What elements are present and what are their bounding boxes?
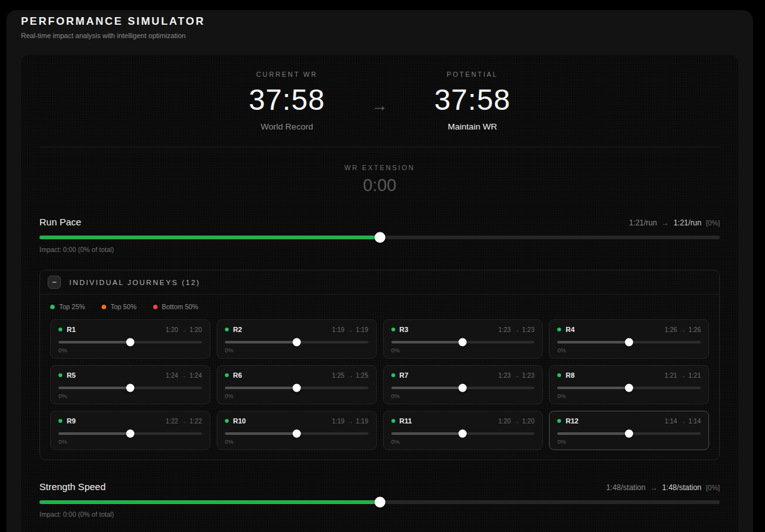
journey-slider[interactable] <box>58 341 202 343</box>
arrow-right-icon: → <box>661 218 669 227</box>
journey-time-from: 1:19 <box>332 418 344 425</box>
page-title: PERFORMANCE SIMULATOR <box>21 15 738 28</box>
journey-times: 1:19 → 1:19 <box>332 326 369 333</box>
journey-times: 1:21 → 1:21 <box>665 372 701 379</box>
journey-time-to: 1:25 <box>356 372 368 379</box>
potential-label: POTENTIAL <box>419 70 527 78</box>
journey-name: R10 <box>233 417 246 425</box>
journey-card: R2 1:19 → 1:19 0% <box>217 319 377 359</box>
page-subtitle: Real-time impact analysis with intellige… <box>21 32 738 39</box>
journey-times: 1:23 → 1:23 <box>498 372 534 379</box>
journey-slider-thumb[interactable] <box>126 338 134 347</box>
run-pace-slider-fill <box>39 236 380 239</box>
journey-slider-thumb[interactable] <box>292 338 301 347</box>
journey-slider[interactable] <box>225 341 369 343</box>
journey-name: R4 <box>565 326 574 333</box>
journey-name: R5 <box>67 371 76 379</box>
journey-status-dot <box>58 328 62 331</box>
journey-time-to: 1:20 <box>522 418 534 425</box>
individual-journeys-box: − INDIVIDUAL JOURNEYS (12) Top 25%Top 50… <box>39 270 720 460</box>
journey-slider[interactable] <box>391 341 535 343</box>
legend-item: Bottom 50% <box>153 303 198 310</box>
run-pace-delta: [0%] <box>706 219 720 227</box>
journey-card: R12 1:14 → 1:14 0% <box>549 411 709 450</box>
journey-status-dot <box>225 373 229 377</box>
journey-slider-thumb[interactable] <box>625 430 633 438</box>
journey-card: R9 1:22 → 1:22 0% <box>50 411 210 450</box>
arrow-right-icon: → <box>180 326 187 333</box>
page-header: PERFORMANCE SIMULATOR Real-time impact a… <box>21 15 738 39</box>
journey-percent: 0% <box>225 392 369 399</box>
journey-name: R1 <box>67 326 76 333</box>
journeys-grid: R1 1:20 → 1:20 0% R2 1:19 → 1:19 <box>40 312 719 460</box>
journey-slider[interactable] <box>58 387 202 389</box>
journey-time-from: 1:14 <box>665 418 677 425</box>
journey-card: R5 1:24 → 1:24 0% <box>50 365 210 404</box>
current-wr-label: CURRENT WR <box>233 70 341 78</box>
journey-slider-thumb[interactable] <box>625 384 633 392</box>
journey-slider-thumb[interactable] <box>292 430 301 438</box>
current-wr-block: CURRENT WR 37:58 World Record <box>233 70 341 131</box>
journey-time-from: 1:21 <box>665 372 677 379</box>
journey-slider-thumb[interactable] <box>292 384 301 392</box>
journey-time-from: 1:23 <box>498 326 510 333</box>
journey-slider-fill <box>58 341 130 343</box>
journey-status-dot <box>58 373 62 377</box>
strength-speed-section: Strength Speed 1:48/station → 1:48/stati… <box>39 481 720 518</box>
journey-time-from: 1:25 <box>332 372 344 379</box>
legend-item: Top 50% <box>102 303 137 310</box>
journey-slider-thumb[interactable] <box>459 384 467 392</box>
journey-status-dot <box>58 419 62 423</box>
journey-percent: 0% <box>225 438 369 445</box>
journey-slider[interactable] <box>557 432 701 435</box>
run-pace-slider[interactable] <box>39 236 720 239</box>
journey-slider[interactable] <box>58 432 202 435</box>
journey-slider[interactable] <box>225 387 369 389</box>
individual-journeys-header[interactable]: − INDIVIDUAL JOURNEYS (12) <box>40 270 719 295</box>
legend-label: Bottom 50% <box>162 303 198 310</box>
journey-percent: 0% <box>58 438 202 445</box>
journey-slider[interactable] <box>557 341 701 343</box>
run-pace-slider-thumb[interactable] <box>374 232 385 243</box>
journey-slider[interactable] <box>391 387 535 389</box>
journey-slider-fill <box>225 387 297 389</box>
journey-time-to: 1:24 <box>189 372 201 379</box>
journey-time-from: 1:23 <box>498 372 510 379</box>
journey-slider[interactable] <box>391 432 535 435</box>
journey-slider-fill <box>225 341 297 343</box>
journey-time-to: 1:19 <box>356 418 368 425</box>
run-pace-current-value: 1:21/run <box>629 218 657 227</box>
journey-slider-thumb[interactable] <box>625 338 633 347</box>
journey-time-from: 1:22 <box>166 418 178 425</box>
strength-speed-slider-thumb[interactable] <box>374 497 385 508</box>
journey-status-dot <box>557 373 561 377</box>
journey-slider[interactable] <box>557 387 701 389</box>
strength-speed-values: 1:48/station → 1:48/station [0%] <box>606 483 720 492</box>
journey-times: 1:25 → 1:25 <box>332 372 369 379</box>
strength-speed-slider[interactable] <box>39 500 720 504</box>
journey-slider-thumb[interactable] <box>126 430 134 438</box>
legend-dot-icon <box>153 305 158 309</box>
journey-slider-thumb[interactable] <box>459 430 467 438</box>
legend-label: Top 25% <box>59 303 85 310</box>
journey-slider-thumb[interactable] <box>459 338 467 347</box>
journey-times: 1:14 → 1:14 <box>665 418 701 425</box>
journey-slider-fill <box>58 432 130 435</box>
journey-time-to: 1:19 <box>356 326 368 333</box>
journey-slider-thumb[interactable] <box>126 384 134 392</box>
journey-slider[interactable] <box>225 432 369 435</box>
journey-times: 1:26 → 1:26 <box>665 326 701 333</box>
potential-time: 37:58 <box>419 83 527 117</box>
journey-time-to: 1:21 <box>689 372 701 379</box>
arrow-right-icon: → <box>347 418 353 425</box>
journey-slider-fill <box>391 432 463 435</box>
journey-slider-fill <box>557 432 629 435</box>
journey-times: 1:20 → 1:20 <box>166 326 202 333</box>
journey-status-dot <box>225 419 229 423</box>
journey-card: R8 1:21 → 1:21 0% <box>549 365 709 404</box>
journey-time-from: 1:20 <box>498 418 510 425</box>
collapse-minus-button[interactable]: − <box>48 276 61 289</box>
journey-time-to: 1:26 <box>689 326 701 333</box>
run-pace-section: Run Pace 1:21/run → 1:21/run [0%] Impact… <box>39 216 720 253</box>
journey-percent: 0% <box>58 392 202 399</box>
